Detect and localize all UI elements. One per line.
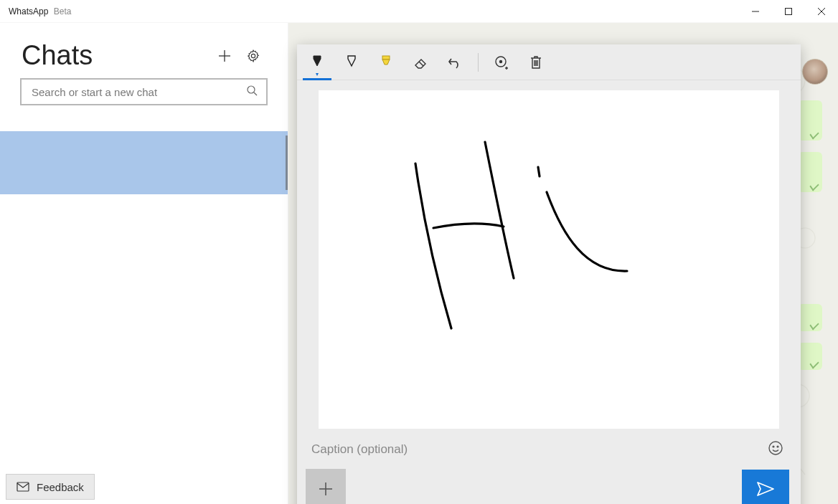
caption-input[interactable] bbox=[311, 442, 768, 457]
close-icon bbox=[817, 7, 826, 16]
search-input[interactable] bbox=[32, 86, 246, 98]
svg-point-6 bbox=[251, 54, 255, 57]
app-suffix: Beta bbox=[54, 6, 72, 16]
app-name: WhatsApp bbox=[9, 6, 48, 16]
close-button[interactable] bbox=[805, 0, 838, 23]
ink-strokes bbox=[319, 90, 779, 429]
toolbar-separator bbox=[478, 53, 479, 72]
minimize-button[interactable] bbox=[739, 0, 772, 23]
plus-icon bbox=[316, 480, 335, 498]
message-bubble bbox=[798, 100, 822, 141]
svg-line-8 bbox=[254, 92, 257, 95]
pen-filled-icon bbox=[311, 54, 324, 71]
svg-point-7 bbox=[248, 86, 255, 93]
delete-tool[interactable] bbox=[519, 45, 553, 80]
svg-rect-14 bbox=[382, 56, 390, 60]
smile-icon bbox=[768, 440, 783, 456]
svg-point-24 bbox=[773, 446, 774, 447]
minimize-icon bbox=[751, 7, 760, 16]
drawing-canvas[interactable] bbox=[319, 90, 779, 429]
ruler-tool[interactable] bbox=[484, 45, 519, 80]
highlighter-tool[interactable] bbox=[369, 45, 403, 80]
pen-filled-tool[interactable]: ▾ bbox=[300, 45, 334, 80]
feedback-button[interactable]: Feedback bbox=[6, 474, 95, 500]
svg-point-23 bbox=[769, 442, 782, 455]
search-container bbox=[0, 78, 288, 114]
pen-outline-icon bbox=[345, 54, 358, 71]
send-button[interactable] bbox=[742, 470, 789, 504]
message-bubbles-peek bbox=[798, 100, 822, 370]
eraser-icon bbox=[413, 54, 428, 70]
ink-toolbar: ▾ bbox=[297, 44, 801, 80]
plus-icon bbox=[217, 49, 232, 63]
sidebar: Chats bbox=[0, 23, 288, 504]
window-title: WhatsApp Beta bbox=[0, 6, 71, 16]
svg-rect-1 bbox=[786, 9, 792, 15]
undo-icon bbox=[447, 54, 463, 70]
emoji-button[interactable] bbox=[768, 440, 783, 459]
contact-avatar[interactable] bbox=[802, 59, 828, 85]
ink-attachment-panel: ▾ bbox=[297, 44, 801, 504]
chat-list-item-selected[interactable] bbox=[0, 131, 288, 194]
svg-point-17 bbox=[500, 60, 502, 62]
title-bar: WhatsApp Beta bbox=[0, 0, 838, 23]
message-bubble bbox=[798, 152, 822, 192]
svg-rect-9 bbox=[17, 482, 29, 491]
undo-tool[interactable] bbox=[438, 45, 472, 80]
feedback-label: Feedback bbox=[37, 481, 84, 493]
gear-icon bbox=[246, 49, 260, 63]
svg-point-25 bbox=[777, 446, 778, 447]
panel-bottom-row bbox=[297, 466, 801, 504]
disc-plus-icon bbox=[494, 54, 509, 70]
send-icon bbox=[756, 481, 775, 497]
pen-outline-tool[interactable] bbox=[334, 45, 369, 80]
chats-heading: Chats bbox=[22, 40, 210, 71]
sidebar-header: Chats bbox=[0, 23, 288, 78]
maximize-button[interactable] bbox=[772, 0, 805, 23]
message-bubble bbox=[798, 304, 822, 331]
chat-list bbox=[0, 131, 288, 194]
chevron-down-icon: ▾ bbox=[316, 71, 319, 77]
caption-row bbox=[297, 429, 801, 466]
eraser-tool[interactable] bbox=[403, 45, 438, 80]
highlighter-icon bbox=[379, 54, 393, 71]
new-chat-button[interactable] bbox=[210, 42, 239, 70]
settings-button[interactable] bbox=[239, 42, 268, 70]
maximize-icon bbox=[784, 7, 793, 16]
search-box[interactable] bbox=[20, 78, 268, 105]
search-icon bbox=[246, 85, 258, 99]
mail-icon bbox=[17, 482, 29, 492]
trash-icon bbox=[529, 54, 543, 70]
window-controls bbox=[739, 0, 838, 22]
message-bubble bbox=[798, 343, 822, 370]
svg-line-15 bbox=[419, 62, 423, 66]
add-attachment-button[interactable] bbox=[306, 469, 346, 504]
